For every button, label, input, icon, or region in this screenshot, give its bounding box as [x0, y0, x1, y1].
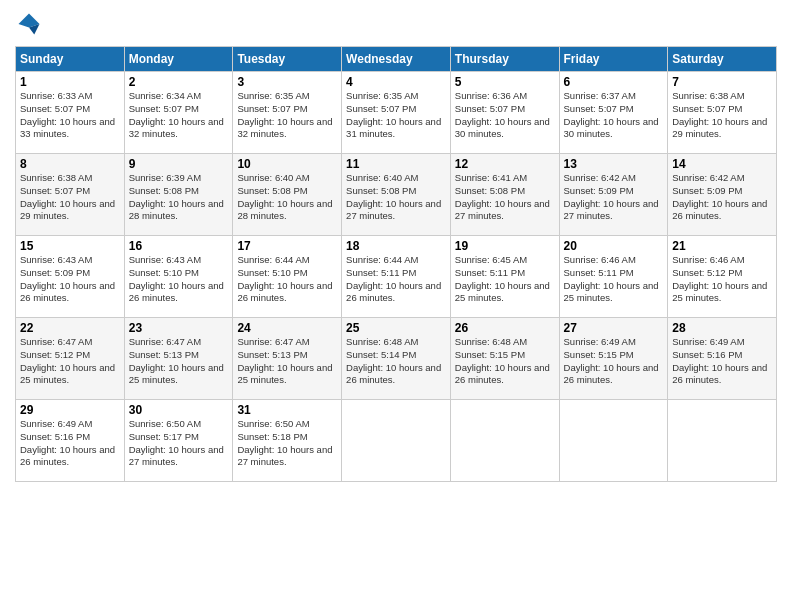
day-info: Sunrise: 6:48 AM Sunset: 5:15 PM Dayligh… [455, 336, 555, 387]
calendar-day-cell: 13 Sunrise: 6:42 AM Sunset: 5:09 PM Dayl… [559, 154, 668, 236]
calendar-table: SundayMondayTuesdayWednesdayThursdayFrid… [15, 46, 777, 482]
logo-icon [15, 10, 43, 38]
day-info: Sunrise: 6:38 AM Sunset: 5:07 PM Dayligh… [20, 172, 120, 223]
calendar-day-cell: 30 Sunrise: 6:50 AM Sunset: 5:17 PM Dayl… [124, 400, 233, 482]
day-info: Sunrise: 6:47 AM Sunset: 5:13 PM Dayligh… [129, 336, 229, 387]
day-number: 8 [20, 157, 120, 171]
day-number: 30 [129, 403, 229, 417]
calendar-day-cell: 19 Sunrise: 6:45 AM Sunset: 5:11 PM Dayl… [450, 236, 559, 318]
logo [15, 10, 47, 38]
day-number: 22 [20, 321, 120, 335]
calendar-day-cell: 14 Sunrise: 6:42 AM Sunset: 5:09 PM Dayl… [668, 154, 777, 236]
calendar-day-cell: 29 Sunrise: 6:49 AM Sunset: 5:16 PM Dayl… [16, 400, 125, 482]
calendar-day-cell [450, 400, 559, 482]
day-number: 3 [237, 75, 337, 89]
calendar-weekday: Sunday [16, 47, 125, 72]
day-info: Sunrise: 6:40 AM Sunset: 5:08 PM Dayligh… [346, 172, 446, 223]
day-number: 31 [237, 403, 337, 417]
day-number: 12 [455, 157, 555, 171]
calendar-day-cell: 3 Sunrise: 6:35 AM Sunset: 5:07 PM Dayli… [233, 72, 342, 154]
calendar-weekday: Friday [559, 47, 668, 72]
calendar-day-cell: 27 Sunrise: 6:49 AM Sunset: 5:15 PM Dayl… [559, 318, 668, 400]
day-number: 15 [20, 239, 120, 253]
day-info: Sunrise: 6:46 AM Sunset: 5:11 PM Dayligh… [564, 254, 664, 305]
day-number: 25 [346, 321, 446, 335]
day-info: Sunrise: 6:42 AM Sunset: 5:09 PM Dayligh… [564, 172, 664, 223]
calendar-day-cell: 8 Sunrise: 6:38 AM Sunset: 5:07 PM Dayli… [16, 154, 125, 236]
calendar-day-cell: 2 Sunrise: 6:34 AM Sunset: 5:07 PM Dayli… [124, 72, 233, 154]
calendar-week-row: 22 Sunrise: 6:47 AM Sunset: 5:12 PM Dayl… [16, 318, 777, 400]
day-info: Sunrise: 6:44 AM Sunset: 5:10 PM Dayligh… [237, 254, 337, 305]
day-info: Sunrise: 6:41 AM Sunset: 5:08 PM Dayligh… [455, 172, 555, 223]
calendar-day-cell: 24 Sunrise: 6:47 AM Sunset: 5:13 PM Dayl… [233, 318, 342, 400]
day-info: Sunrise: 6:43 AM Sunset: 5:10 PM Dayligh… [129, 254, 229, 305]
day-info: Sunrise: 6:50 AM Sunset: 5:17 PM Dayligh… [129, 418, 229, 469]
day-info: Sunrise: 6:35 AM Sunset: 5:07 PM Dayligh… [346, 90, 446, 141]
day-info: Sunrise: 6:49 AM Sunset: 5:16 PM Dayligh… [672, 336, 772, 387]
calendar-day-cell: 6 Sunrise: 6:37 AM Sunset: 5:07 PM Dayli… [559, 72, 668, 154]
calendar-day-cell [342, 400, 451, 482]
day-number: 2 [129, 75, 229, 89]
calendar-week-row: 15 Sunrise: 6:43 AM Sunset: 5:09 PM Dayl… [16, 236, 777, 318]
day-info: Sunrise: 6:35 AM Sunset: 5:07 PM Dayligh… [237, 90, 337, 141]
day-number: 26 [455, 321, 555, 335]
calendar-day-cell: 12 Sunrise: 6:41 AM Sunset: 5:08 PM Dayl… [450, 154, 559, 236]
day-info: Sunrise: 6:44 AM Sunset: 5:11 PM Dayligh… [346, 254, 446, 305]
calendar-weekday: Thursday [450, 47, 559, 72]
calendar-day-cell: 17 Sunrise: 6:44 AM Sunset: 5:10 PM Dayl… [233, 236, 342, 318]
calendar-day-cell [559, 400, 668, 482]
page-container: SundayMondayTuesdayWednesdayThursdayFrid… [0, 0, 792, 492]
calendar-day-cell: 5 Sunrise: 6:36 AM Sunset: 5:07 PM Dayli… [450, 72, 559, 154]
calendar-day-cell: 7 Sunrise: 6:38 AM Sunset: 5:07 PM Dayli… [668, 72, 777, 154]
day-number: 21 [672, 239, 772, 253]
day-number: 4 [346, 75, 446, 89]
day-info: Sunrise: 6:49 AM Sunset: 5:16 PM Dayligh… [20, 418, 120, 469]
day-info: Sunrise: 6:47 AM Sunset: 5:13 PM Dayligh… [237, 336, 337, 387]
calendar-day-cell: 9 Sunrise: 6:39 AM Sunset: 5:08 PM Dayli… [124, 154, 233, 236]
calendar-weekday: Tuesday [233, 47, 342, 72]
day-number: 29 [20, 403, 120, 417]
day-number: 16 [129, 239, 229, 253]
calendar-day-cell: 16 Sunrise: 6:43 AM Sunset: 5:10 PM Dayl… [124, 236, 233, 318]
calendar-day-cell: 15 Sunrise: 6:43 AM Sunset: 5:09 PM Dayl… [16, 236, 125, 318]
day-number: 20 [564, 239, 664, 253]
calendar-day-cell: 22 Sunrise: 6:47 AM Sunset: 5:12 PM Dayl… [16, 318, 125, 400]
day-info: Sunrise: 6:40 AM Sunset: 5:08 PM Dayligh… [237, 172, 337, 223]
calendar-day-cell: 4 Sunrise: 6:35 AM Sunset: 5:07 PM Dayli… [342, 72, 451, 154]
day-info: Sunrise: 6:38 AM Sunset: 5:07 PM Dayligh… [672, 90, 772, 141]
day-info: Sunrise: 6:34 AM Sunset: 5:07 PM Dayligh… [129, 90, 229, 141]
calendar-day-cell [668, 400, 777, 482]
calendar-day-cell: 25 Sunrise: 6:48 AM Sunset: 5:14 PM Dayl… [342, 318, 451, 400]
calendar-day-cell: 26 Sunrise: 6:48 AM Sunset: 5:15 PM Dayl… [450, 318, 559, 400]
day-info: Sunrise: 6:37 AM Sunset: 5:07 PM Dayligh… [564, 90, 664, 141]
day-number: 13 [564, 157, 664, 171]
day-number: 23 [129, 321, 229, 335]
calendar-week-row: 1 Sunrise: 6:33 AM Sunset: 5:07 PM Dayli… [16, 72, 777, 154]
day-info: Sunrise: 6:36 AM Sunset: 5:07 PM Dayligh… [455, 90, 555, 141]
day-info: Sunrise: 6:39 AM Sunset: 5:08 PM Dayligh… [129, 172, 229, 223]
day-number: 17 [237, 239, 337, 253]
calendar-day-cell: 21 Sunrise: 6:46 AM Sunset: 5:12 PM Dayl… [668, 236, 777, 318]
header [15, 10, 777, 38]
calendar-weekday: Wednesday [342, 47, 451, 72]
day-number: 28 [672, 321, 772, 335]
calendar-day-cell: 18 Sunrise: 6:44 AM Sunset: 5:11 PM Dayl… [342, 236, 451, 318]
calendar-day-cell: 1 Sunrise: 6:33 AM Sunset: 5:07 PM Dayli… [16, 72, 125, 154]
calendar-day-cell: 10 Sunrise: 6:40 AM Sunset: 5:08 PM Dayl… [233, 154, 342, 236]
calendar-weekday: Monday [124, 47, 233, 72]
day-info: Sunrise: 6:47 AM Sunset: 5:12 PM Dayligh… [20, 336, 120, 387]
day-info: Sunrise: 6:48 AM Sunset: 5:14 PM Dayligh… [346, 336, 446, 387]
day-info: Sunrise: 6:46 AM Sunset: 5:12 PM Dayligh… [672, 254, 772, 305]
calendar-day-cell: 11 Sunrise: 6:40 AM Sunset: 5:08 PM Dayl… [342, 154, 451, 236]
day-info: Sunrise: 6:43 AM Sunset: 5:09 PM Dayligh… [20, 254, 120, 305]
calendar-day-cell: 31 Sunrise: 6:50 AM Sunset: 5:18 PM Dayl… [233, 400, 342, 482]
calendar-week-row: 8 Sunrise: 6:38 AM Sunset: 5:07 PM Dayli… [16, 154, 777, 236]
day-info: Sunrise: 6:50 AM Sunset: 5:18 PM Dayligh… [237, 418, 337, 469]
calendar-day-cell: 20 Sunrise: 6:46 AM Sunset: 5:11 PM Dayl… [559, 236, 668, 318]
day-number: 7 [672, 75, 772, 89]
day-number: 9 [129, 157, 229, 171]
day-number: 5 [455, 75, 555, 89]
day-number: 27 [564, 321, 664, 335]
day-number: 19 [455, 239, 555, 253]
day-info: Sunrise: 6:33 AM Sunset: 5:07 PM Dayligh… [20, 90, 120, 141]
